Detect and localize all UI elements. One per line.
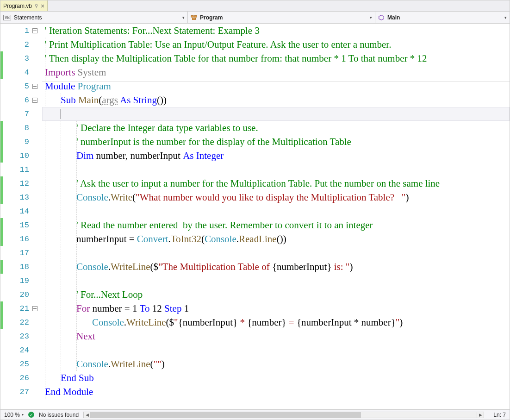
type-label: Program: [200, 14, 223, 21]
change-mark: [0, 135, 3, 149]
line-number: 19: [20, 276, 29, 285]
line-number: 17: [20, 249, 29, 257]
line-number: 26: [20, 374, 29, 382]
code-line[interactable]: [42, 343, 510, 357]
line-number: 24: [20, 346, 29, 355]
change-mark: [0, 301, 3, 315]
tab-filename: Program.vb: [3, 3, 32, 9]
type-selector[interactable]: Program ▾: [188, 12, 375, 23]
change-mark: [0, 149, 3, 163]
member-label: Main: [387, 14, 400, 21]
code-line[interactable]: ' Declare the Integer data type variable…: [42, 121, 510, 135]
code-editor[interactable]: 1 2 3 4 5 6 7 8 9 10 11 12 13 14 15 16 1…: [0, 24, 510, 409]
code-line[interactable]: Next: [42, 329, 510, 343]
line-number: 13: [20, 193, 29, 202]
code-line[interactable]: ' Ask the user to input a number for the…: [42, 176, 510, 190]
code-line[interactable]: Console.WriteLine($"The Multiplication T…: [42, 260, 510, 274]
line-number: 4: [25, 68, 29, 77]
scope-selector[interactable]: VB Statements ▾: [0, 12, 188, 23]
code-line[interactable]: End Sub: [42, 371, 510, 385]
method-icon: [378, 14, 385, 21]
editor-window: Program.vb ⚲ × VB Statements ▾ Program ▾…: [0, 0, 510, 420]
fold-toggle[interactable]: [32, 28, 37, 33]
line-number: 21: [20, 304, 29, 313]
svg-rect-1: [194, 15, 197, 17]
code-line[interactable]: ' Then display the Multiplication Table …: [42, 51, 510, 65]
change-mark: [0, 218, 3, 232]
code-line[interactable]: For number = 1 To 12 Step 1: [42, 301, 510, 315]
scroll-left-button[interactable]: ◀: [83, 412, 91, 418]
code-line[interactable]: Module Program: [42, 79, 510, 93]
code-line[interactable]: ' Read the number entered by the user. R…: [42, 218, 510, 232]
fold-toggle[interactable]: [32, 84, 37, 89]
code-area[interactable]: ' Iteration Statements: For...Next State…: [42, 24, 510, 409]
line-number: 12: [20, 179, 29, 188]
gutter: 1 2 3 4 5 6 7 8 9 10 11 12 13 14 15 16 1…: [0, 24, 42, 409]
code-line[interactable]: ' numberInput is the number for the disp…: [42, 135, 510, 149]
line-number: 8: [25, 124, 29, 132]
document-tab-bar: Program.vb ⚲ ×: [0, 0, 510, 12]
chevron-down-icon: ▾: [504, 15, 507, 20]
cursor-position: Ln: 7: [493, 412, 506, 418]
svg-rect-0: [191, 15, 193, 17]
line-number: 20: [20, 290, 29, 299]
code-line[interactable]: Console.WriteLine($"{numberInput} * {num…: [42, 315, 510, 329]
svg-rect-2: [193, 18, 196, 19]
line-number: 3: [25, 54, 29, 63]
code-line-current[interactable]: [42, 107, 510, 121]
struct-icon: [191, 14, 197, 21]
change-mark: [0, 315, 3, 329]
code-line[interactable]: Imports System: [42, 65, 510, 79]
chevron-down-icon: ▾: [182, 15, 185, 20]
issues-text: No issues found: [39, 412, 79, 418]
code-line[interactable]: Dim number, numberInput As Integer: [42, 149, 510, 163]
code-line[interactable]: [42, 246, 510, 260]
horizontal-scrollbar[interactable]: ◀ ▶: [83, 412, 484, 418]
code-line[interactable]: numberInput = Convert.ToInt32(Console.Re…: [42, 232, 510, 246]
fold-toggle[interactable]: [32, 306, 37, 311]
close-icon[interactable]: ×: [41, 3, 44, 9]
change-mark: [0, 65, 3, 79]
change-mark: [0, 232, 3, 246]
document-tab[interactable]: Program.vb ⚲ ×: [0, 0, 48, 11]
zoom-selector[interactable]: 100 % ▾: [4, 412, 24, 418]
check-icon: ✓: [28, 412, 34, 418]
scrollbar-thumb[interactable]: [91, 412, 361, 418]
scrollbar-track[interactable]: [91, 412, 477, 418]
code-line[interactable]: [42, 163, 510, 176]
code-line[interactable]: ' Iteration Statements: For...Next State…: [42, 24, 510, 38]
chevron-down-icon: ▾: [370, 15, 372, 20]
navigation-bar: VB Statements ▾ Program ▾ Main ▾: [0, 12, 510, 24]
code-line[interactable]: Console.WriteLine(""): [42, 357, 510, 371]
vb-icon: VB: [3, 15, 11, 20]
change-mark: [0, 260, 3, 274]
code-line[interactable]: End Module: [42, 385, 510, 399]
code-line[interactable]: ' Print Multiplication Table: Use an Inp…: [42, 38, 510, 51]
change-mark: [0, 190, 3, 204]
line-number: 14: [20, 207, 29, 216]
scroll-right-button[interactable]: ▶: [477, 412, 484, 418]
line-number: 23: [20, 332, 29, 341]
line-number: 9: [25, 138, 29, 146]
fold-toggle[interactable]: [32, 98, 37, 103]
pin-icon[interactable]: ⚲: [35, 3, 38, 8]
line-number: 6: [25, 96, 29, 105]
zoom-value: 100 %: [4, 412, 20, 418]
member-selector[interactable]: Main ▾: [375, 12, 510, 23]
line-number: 7: [25, 110, 29, 119]
code-line[interactable]: [42, 274, 510, 288]
code-line[interactable]: ' For...Next Loop: [42, 288, 510, 301]
line-number: 2: [25, 40, 29, 49]
code-line[interactable]: Sub Main(args As String()): [42, 93, 510, 107]
line-number: 5: [25, 82, 29, 91]
caret: [61, 109, 61, 119]
code-line[interactable]: [42, 204, 510, 218]
change-mark: [0, 176, 3, 190]
line-number: 27: [20, 388, 29, 396]
chevron-down-icon: ▾: [22, 413, 24, 417]
code-line[interactable]: Console.Write("What number would you lik…: [42, 190, 510, 204]
status-bar: 100 % ▾ ✓ No issues found ◀ ▶ Ln: 7: [0, 409, 510, 420]
line-number: 18: [20, 263, 29, 271]
line-number: 1: [25, 26, 29, 35]
line-number: 11: [20, 165, 29, 174]
